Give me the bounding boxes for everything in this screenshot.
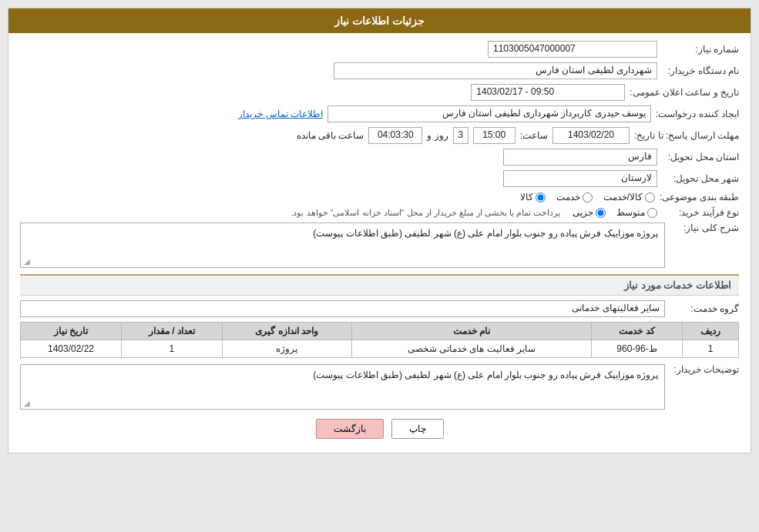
description-label: شرح کلی نیاز: [670,223,739,233]
cell-unit: پروژه [222,340,351,358]
org-name-value: شهرداری لطیفی استان فارس [334,62,657,79]
deadline-remaining-value: 04:03:30 [368,127,422,144]
deadline-days-value: 3 [453,127,468,144]
back-button[interactable]: بازگشت [316,419,384,439]
creator-value: یوسف حیدری کاربرداز شهرداری لطیفی استان … [327,105,651,122]
buyer-desc-box: پروژه موزاییک فرش پیاده رو جنوب بلوار ام… [20,364,665,410]
table-row: 1 ط-96-960 سایر فعالیت های خدماتی شخصی پ… [21,340,739,358]
deadline-time-value: 15:00 [473,127,516,144]
print-button[interactable]: چاپ [391,419,444,439]
org-name-label: نام دستگاه خریدار: [662,65,739,76]
category-radio-goods[interactable]: کالا [520,192,546,202]
province-value: فارس [503,149,657,166]
services-section-title: اطلاعات خدمات مورد نیاز [20,274,739,296]
deadline-label: مهلت ارسال پاسخ: تا تاریخ: [634,130,739,141]
service-group-value: سایر فعالیتهای خدماتی [20,300,665,317]
cell-qty: 1 [121,340,222,358]
process-label: نوع فرآیند خرید: [662,207,739,218]
buyer-desc-label: توضیحات خریدار: [670,364,739,375]
creator-label: ایجاد کننده درخواست: [656,109,739,119]
process-radio-medium[interactable]: متوسط [616,207,657,218]
resize-handle-buyer-icon: ◢ [24,399,30,407]
cell-code: ط-96-960 [592,340,683,358]
cell-date: 1403/02/22 [21,340,122,358]
category-radio-service[interactable]: خدمت [556,192,593,202]
description-value: پروژه موزاییک فرش پیاده رو جنوب بلوار ام… [27,228,658,263]
city-label: شهر محل تحویل: [662,173,739,184]
deadline-remaining-label: ساعت باقی مانده [297,130,364,141]
col-row: ردیف [682,323,738,340]
col-unit: واحد اندازه گیری [222,323,351,340]
request-number-value: 1103005047000007 [488,41,657,58]
announcement-date-value: 1403/02/17 - 09:50 [471,84,625,101]
announcement-date-label: تاریخ و ساعت اعلان عمومی: [630,87,739,98]
page-title: جزئیات اطلاعات نیاز [8,8,751,33]
deadline-days-label: روز و [427,130,448,141]
col-qty: تعداد / مقدار [121,323,222,340]
request-number-label: شماره نیاز: [662,44,739,55]
services-table: ردیف کد خدمت نام خدمت واحد اندازه گیری ت… [20,322,739,358]
process-description: پرداخت تمام یا بخشی از مبلغ خریدار از مح… [291,208,560,218]
col-code: کد خدمت [592,323,683,340]
contact-link[interactable]: اطلاعات تماس خریدار [238,109,323,119]
city-value: لارستان [503,170,657,187]
service-group-label: گروه خدمت: [670,303,739,314]
province-label: استان محل تحویل: [662,152,739,162]
cell-name: سایر فعالیت های خدماتی شخصی [351,340,592,358]
col-date: تاریخ نیاز [21,323,122,340]
category-label: طبقه بندی موضوعی: [660,192,739,202]
resize-handle-icon: ◢ [24,257,30,266]
description-box: پروژه موزاییک فرش پیاده رو جنوب بلوار ام… [20,223,665,268]
category-radio-goods-service[interactable]: کالا/خدمت [603,192,655,202]
cell-row: 1 [682,340,738,358]
buyer-desc-value: پروژه موزاییک فرش پیاده رو جنوب بلوار ام… [27,370,658,404]
deadline-time-label: ساعت: [520,130,548,141]
button-group: چاپ بازگشت [20,419,739,439]
process-radio-partial[interactable]: جزیی [573,207,606,218]
deadline-date-value: 1403/02/20 [552,127,630,144]
col-name: نام خدمت [351,323,592,340]
